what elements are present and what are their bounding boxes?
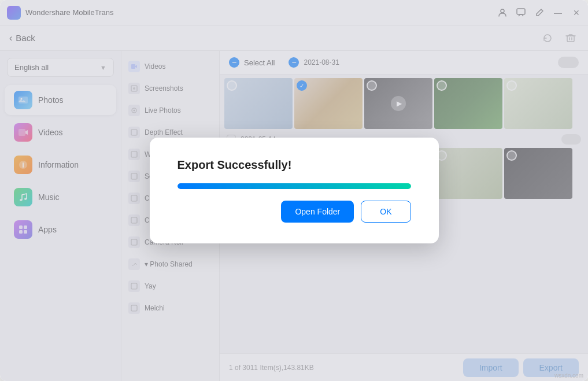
app-window: Wondershare MobileTrans — ✕ ‹ Back: [0, 0, 588, 381]
ok-button[interactable]: OK: [361, 201, 411, 223]
modal-overlay: Export Successfully! Open Folder OK: [0, 0, 588, 381]
modal-title: Export Successfully!: [177, 158, 292, 172]
modal-actions: Open Folder OK: [177, 201, 411, 223]
progress-bar-fill: [177, 183, 411, 189]
export-success-modal: Export Successfully! Open Folder OK: [150, 138, 439, 243]
open-folder-button[interactable]: Open Folder: [281, 201, 354, 223]
progress-bar-track: [177, 183, 411, 189]
